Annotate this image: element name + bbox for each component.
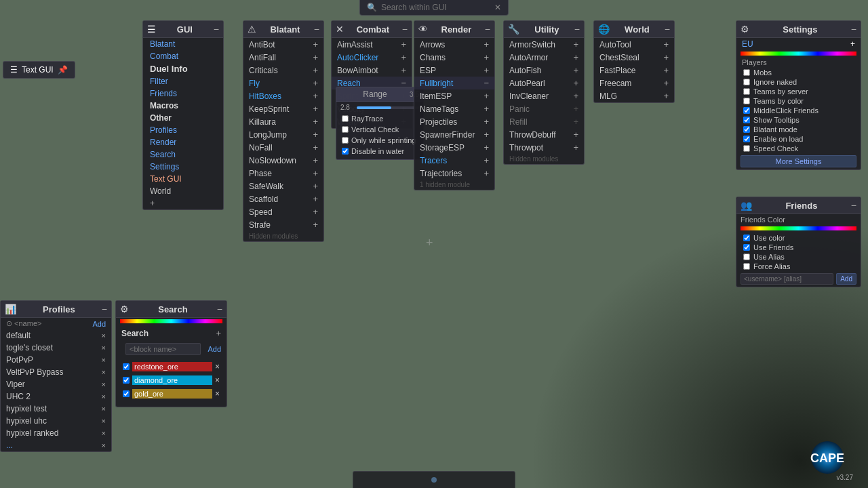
sidebar-item-render[interactable]: Render (143, 136, 223, 148)
world-plus-autotool[interactable]: + (663, 39, 669, 49)
profile-x-veltpvp[interactable]: × (102, 368, 106, 376)
settings-check-showtooltips[interactable] (743, 117, 750, 123)
settings-opt-teamsbycolor[interactable]: Teams by color (736, 96, 861, 106)
reach-check-inwater[interactable] (342, 148, 349, 155)
sidebar-item-add[interactable]: + (143, 197, 223, 209)
blatant-plus-strafe[interactable]: + (313, 220, 318, 230)
render-item-tracers[interactable]: Tracers + (414, 154, 494, 167)
profile-x-hypixelranked[interactable]: × (102, 429, 106, 437)
blatant-item-safewalk[interactable]: SafeWalk + (243, 180, 323, 192)
blatant-plus-noslowdown[interactable]: + (313, 155, 318, 165)
blatant-item-antifall[interactable]: AntiFall + (243, 51, 323, 64)
friends-opt-usealias[interactable]: Use Alias (736, 252, 861, 262)
profile-x-default[interactable]: × (102, 331, 106, 340)
utility-item-throwpot[interactable]: Throwpot + (504, 141, 584, 154)
profile-item-veltpvp[interactable]: VeltPvP Bypass × (1, 366, 111, 378)
blatant-plus-speed[interactable]: + (313, 207, 318, 217)
settings-opt-ignoreenaked[interactable]: Ignore naked (736, 77, 861, 87)
sidebar-item-friends[interactable]: Friends (143, 87, 223, 100)
world-item-chestSteal[interactable]: ChestSteal + (594, 51, 674, 64)
utility-item-throwdebuff[interactable]: ThrowDebuff + (504, 128, 584, 141)
utility-item-autopearl[interactable]: AutoPearl + (504, 77, 584, 89)
world-plus-fastplace[interactable]: + (663, 65, 669, 75)
blatant-item-speed[interactable]: Speed + (243, 205, 323, 218)
blatant-plus-antifall[interactable]: + (313, 52, 318, 62)
blatant-plus-safewalk[interactable]: + (313, 181, 318, 191)
render-plus-projectiles[interactable]: + (484, 117, 489, 127)
combat-item-autoclicker[interactable]: AutoClicker + (332, 51, 412, 64)
profile-item-potpvp[interactable]: PotPvP × (1, 354, 111, 366)
combat-plus-bowaimbot[interactable]: + (401, 65, 406, 75)
render-plus-esp[interactable]: + (484, 65, 489, 75)
gui-sidebar-minus[interactable]: − (214, 24, 219, 34)
search-block-gold[interactable]: gold_ore × (120, 388, 222, 400)
utility-minus[interactable]: − (574, 24, 580, 34)
friends-check-usealias[interactable] (743, 253, 750, 260)
blatant-item-scaffold[interactable]: Scaffold + (243, 192, 323, 205)
blatant-plus-keepsprint[interactable]: + (313, 104, 318, 114)
render-plus-arrows[interactable]: + (484, 39, 489, 49)
profile-item-hypixeluhc[interactable]: hypixel uhc × (1, 415, 111, 427)
profile-x-hypixeluhc[interactable]: × (102, 417, 106, 425)
utility-plus-autoarmor[interactable]: + (573, 52, 578, 62)
sidebar-item-combat[interactable]: Combat (143, 50, 223, 62)
settings-opt-blatantmode[interactable]: Blatant mode (736, 125, 861, 134)
reach-option-inwater[interactable]: Disable in water (336, 146, 423, 157)
blatant-plus-nofall[interactable]: + (313, 142, 318, 152)
settings-opt-speedcheck[interactable]: Speed Check (736, 144, 861, 153)
render-plus-spawnerfinder[interactable]: + (484, 129, 489, 140)
render-item-itemesp[interactable]: ItemESP + (414, 89, 494, 102)
blatant-plus-scaffold[interactable]: + (313, 194, 318, 204)
settings-minus[interactable]: − (851, 24, 856, 34)
settings-opt-enableonload[interactable]: Enable on load (736, 134, 861, 144)
utility-plus-throwpot[interactable]: + (573, 142, 578, 152)
utility-plus-autofish[interactable]: + (573, 65, 578, 75)
world-item-autotool[interactable]: AutoTool + (594, 38, 674, 51)
blatant-item-longjump[interactable]: LongJump + (243, 128, 323, 141)
search-check-gold[interactable] (123, 390, 130, 397)
render-item-esp[interactable]: ESP + (414, 64, 494, 77)
reach-option-sprinting[interactable]: Only while sprinting (336, 135, 423, 146)
profile-x-potpvp[interactable]: × (102, 356, 106, 364)
search-x-gold[interactable]: × (215, 389, 220, 399)
search-close-icon[interactable]: ✕ (494, 3, 501, 12)
settings-check-middleclickfriends[interactable] (743, 107, 750, 114)
blatant-item-hitboxes[interactable]: HitBoxes + (243, 89, 323, 102)
search-panel-minus[interactable]: − (217, 304, 222, 314)
search-bar-top[interactable]: 🔍 ✕ (359, 0, 509, 16)
utility-item-autoarmor[interactable]: AutoArmor + (504, 51, 584, 64)
utility-item-invcleaner[interactable]: InvCleaner + (504, 89, 584, 102)
render-plus-storageesp[interactable]: + (484, 142, 489, 152)
utility-plus-refill[interactable]: + (573, 117, 578, 127)
world-plus-mlg[interactable]: + (663, 91, 669, 101)
world-item-mlg[interactable]: MLG + (594, 89, 674, 102)
combat-plus-aimassist[interactable]: + (401, 39, 406, 49)
utility-item-armorswitch[interactable]: ArmorSwitch + (504, 38, 584, 51)
blatant-plus-hitboxes[interactable]: + (313, 91, 318, 101)
search-x-diamond[interactable]: × (215, 375, 220, 385)
reach-slider-track[interactable] (357, 106, 419, 109)
profile-x-dots[interactable]: × (102, 441, 106, 449)
sidebar-item-duelinfo[interactable]: Duel Info (143, 62, 223, 75)
settings-eu-plus[interactable]: + (850, 39, 855, 49)
blatant-item-keepsprint[interactable]: KeepSprint + (243, 102, 323, 115)
friends-opt-forcealias[interactable]: Force Alias (736, 262, 861, 271)
settings-check-teamsbyserver[interactable] (743, 88, 750, 95)
settings-check-teamsbycolor[interactable] (743, 98, 750, 104)
utility-item-autofish[interactable]: AutoFish + (504, 64, 584, 77)
sidebar-item-world[interactable]: World (143, 185, 223, 197)
friends-check-forcealias[interactable] (743, 263, 750, 270)
sidebar-item-other[interactable]: Other (143, 112, 223, 124)
profile-item-default[interactable]: default × (1, 329, 111, 342)
search-check-diamond[interactable] (123, 377, 130, 384)
blatant-plus-antibot[interactable]: + (313, 39, 318, 49)
search-block-diamond[interactable]: diamond_ore × (120, 374, 222, 386)
profile-item-dots[interactable]: ... × (1, 439, 111, 451)
settings-more-btn[interactable]: More Settings (741, 155, 856, 167)
world-plus-cheststeal[interactable]: + (663, 52, 669, 62)
reach-option-raytrace[interactable]: RayTrace (336, 113, 423, 124)
search-blockname-input[interactable] (125, 343, 201, 355)
sidebar-item-profiles[interactable]: Profiles (143, 124, 223, 136)
settings-opt-showtooltips[interactable]: Show Tooltips (736, 115, 861, 125)
render-item-fullbright[interactable]: Fullbright − (414, 77, 494, 89)
